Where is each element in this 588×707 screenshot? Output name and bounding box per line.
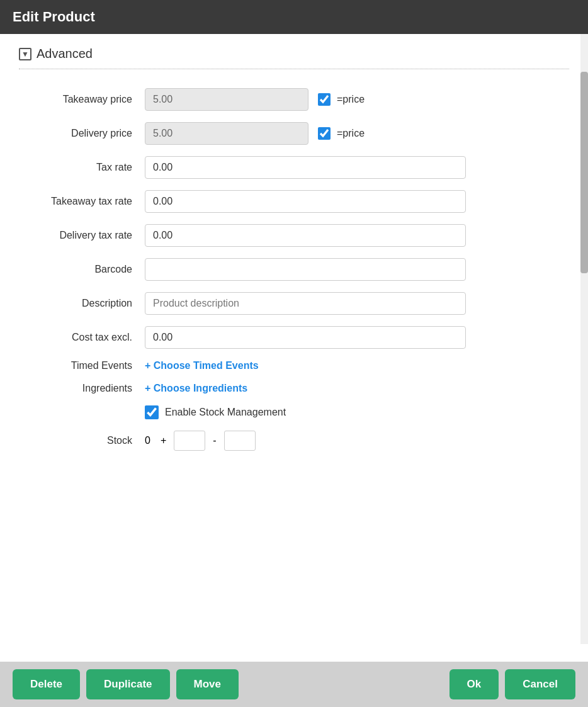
- description-row: Description: [19, 292, 569, 315]
- ok-button[interactable]: Ok: [449, 669, 499, 699]
- takeaway-price-row: Takeaway price =price: [19, 88, 569, 111]
- takeaway-price-label: Takeaway price: [19, 94, 145, 105]
- delivery-price-check-group: =price: [318, 127, 365, 140]
- choose-ingredients-link[interactable]: + Choose Ingredients: [145, 383, 247, 394]
- enable-stock-checkbox[interactable]: [145, 405, 159, 419]
- delivery-tax-rate-row: Delivery tax rate: [19, 224, 569, 247]
- delete-button[interactable]: Delete: [13, 669, 80, 699]
- scrollbar-thumb[interactable]: [580, 72, 588, 273]
- takeaway-tax-rate-row: Takeaway tax rate: [19, 190, 569, 213]
- stock-controls: 0 + -: [145, 431, 256, 451]
- stock-plus-button[interactable]: +: [155, 433, 171, 449]
- takeaway-tax-rate-input[interactable]: [145, 190, 466, 213]
- modal-footer: Delete Duplicate Move Ok Cancel: [0, 662, 588, 707]
- stock-subtract-input[interactable]: [224, 431, 256, 451]
- stock-row: Stock 0 + -: [19, 431, 569, 451]
- delivery-price-row: Delivery price =price: [19, 122, 569, 145]
- ingredients-label: Ingredients: [19, 383, 145, 394]
- advanced-section-header[interactable]: ▼ Advanced: [19, 47, 569, 61]
- delivery-eq-price-label: =price: [337, 128, 365, 139]
- delivery-price-checkbox[interactable]: [318, 127, 331, 140]
- enable-stock-label: Enable Stock Management: [165, 407, 286, 418]
- modal-body: ▼ Advanced Takeaway price =price Deliver…: [0, 34, 588, 707]
- delivery-tax-rate-input[interactable]: [145, 224, 466, 247]
- delivery-tax-rate-label: Delivery tax rate: [19, 230, 145, 241]
- edit-product-modal: Edit Product ▼ Advanced Takeaway price =…: [0, 0, 588, 707]
- takeaway-price-checkbox[interactable]: [318, 93, 331, 106]
- barcode-row: Barcode: [19, 258, 569, 281]
- section-divider: [19, 69, 569, 69]
- takeaway-eq-price-label: =price: [337, 94, 365, 105]
- duplicate-button[interactable]: Duplicate: [86, 669, 170, 699]
- cost-tax-excl-input[interactable]: [145, 326, 466, 349]
- stock-label: Stock: [19, 435, 145, 446]
- stock-value: 0: [145, 435, 150, 446]
- collapse-icon[interactable]: ▼: [19, 48, 31, 60]
- timed-events-label: Timed Events: [19, 360, 145, 371]
- advanced-label: Advanced: [37, 47, 93, 61]
- stock-add-input[interactable]: [174, 431, 205, 451]
- tax-rate-label: Tax rate: [19, 162, 145, 173]
- barcode-label: Barcode: [19, 264, 145, 275]
- footer-left-buttons: Delete Duplicate Move: [13, 669, 239, 699]
- stock-minus-button[interactable]: -: [208, 433, 221, 449]
- barcode-input[interactable]: [145, 258, 466, 281]
- enable-stock-row: Enable Stock Management: [19, 405, 569, 419]
- ingredients-row: Ingredients + Choose Ingredients: [19, 383, 569, 394]
- timed-events-row: Timed Events + Choose Timed Events: [19, 360, 569, 371]
- cancel-button[interactable]: Cancel: [505, 669, 575, 699]
- cost-tax-excl-row: Cost tax excl.: [19, 326, 569, 349]
- tax-rate-row: Tax rate: [19, 156, 569, 179]
- move-button[interactable]: Move: [176, 669, 239, 699]
- takeaway-price-input[interactable]: [145, 88, 308, 111]
- takeaway-price-check-group: =price: [318, 93, 365, 106]
- delivery-price-label: Delivery price: [19, 128, 145, 139]
- delivery-price-input[interactable]: [145, 122, 308, 145]
- footer-right-buttons: Ok Cancel: [449, 669, 575, 699]
- description-label: Description: [19, 298, 145, 309]
- choose-timed-events-link[interactable]: + Choose Timed Events: [145, 360, 259, 371]
- description-input[interactable]: [145, 292, 466, 315]
- cost-tax-excl-label: Cost tax excl.: [19, 332, 145, 343]
- scrollbar-track[interactable]: [580, 34, 588, 644]
- modal-title: Edit Product: [13, 9, 95, 25]
- takeaway-tax-rate-label: Takeaway tax rate: [19, 196, 145, 207]
- tax-rate-input[interactable]: [145, 156, 466, 179]
- modal-header: Edit Product: [0, 0, 588, 34]
